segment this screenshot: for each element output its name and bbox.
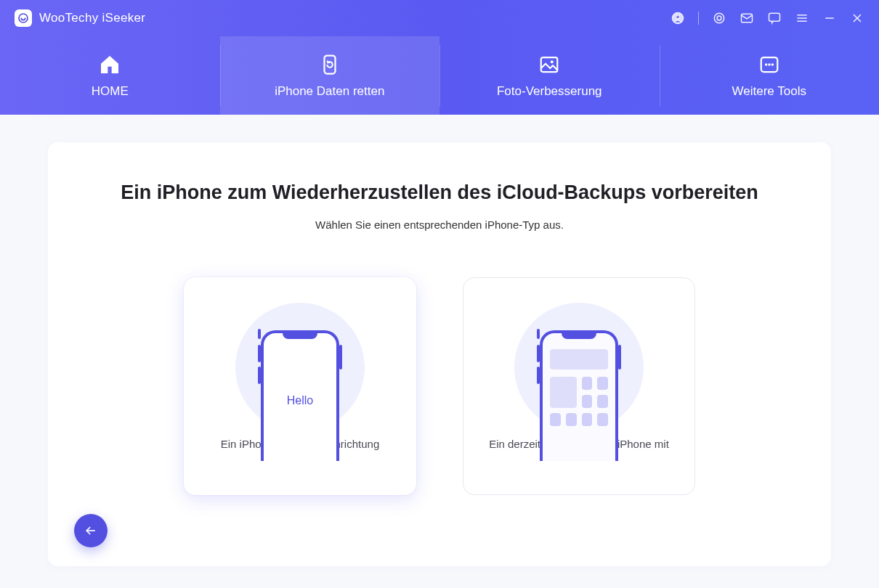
arrow-left-icon <box>84 523 98 538</box>
comment-icon[interactable] <box>767 11 782 25</box>
target-icon[interactable] <box>712 11 726 25</box>
profile-icon[interactable] <box>671 11 685 25</box>
menu-icon[interactable] <box>795 11 809 25</box>
main-panel: Ein iPhone zum Wiederherzustellen des iC… <box>48 142 831 566</box>
home-icon <box>97 52 122 77</box>
svg-rect-6 <box>769 13 780 21</box>
app-logo <box>15 9 32 27</box>
svg-rect-14 <box>541 57 558 72</box>
minimize-icon[interactable] <box>822 11 837 25</box>
title-bar: WooTechy iSeeker <box>0 0 879 36</box>
svg-point-0 <box>19 14 28 23</box>
svg-point-18 <box>768 63 771 66</box>
svg-point-15 <box>551 60 554 63</box>
back-button[interactable] <box>74 514 108 547</box>
image-icon <box>537 52 562 77</box>
nav-more-tools[interactable]: Weitere Tools <box>660 36 880 115</box>
content-area: Ein iPhone zum Wiederherzustellen des iC… <box>0 115 879 588</box>
card2-illustration <box>514 297 644 428</box>
card-iphone-in-use[interactable]: Ein derzeit verwendendes iPhone mit Date… <box>463 277 695 495</box>
nav-photo-enhance[interactable]: Foto-Verbesserung <box>440 36 660 115</box>
titlebar-divider <box>698 12 699 25</box>
hello-text: Hello <box>261 394 339 407</box>
svg-point-3 <box>714 13 724 23</box>
more-icon <box>757 52 782 77</box>
nav-more-label: Weitere Tools <box>732 84 806 99</box>
svg-rect-13 <box>324 56 335 74</box>
card1-illustration: Hello <box>235 297 365 428</box>
nav-photo-label: Foto-Verbesserung <box>497 84 602 99</box>
option-cards: Hello Ein iPhone in der Ersteinrichtung <box>184 277 695 495</box>
app-title: WooTechy iSeeker <box>39 11 145 25</box>
nav-home-label: HOME <box>92 84 129 99</box>
svg-point-19 <box>771 63 774 66</box>
nav-home[interactable]: HOME <box>0 36 220 115</box>
mail-icon[interactable] <box>740 11 754 25</box>
main-nav: HOME iPhone Daten retten Foto-Verbesseru… <box>0 36 879 115</box>
close-icon[interactable] <box>850 11 864 25</box>
card-iphone-setup[interactable]: Hello Ein iPhone in der Ersteinrichtung <box>184 277 416 495</box>
phone-refresh-icon <box>317 52 342 77</box>
page-heading: Ein iPhone zum Wiederherzustellen des iC… <box>121 181 758 204</box>
svg-point-2 <box>676 15 679 19</box>
svg-point-17 <box>765 63 768 66</box>
titlebar-actions <box>671 11 864 25</box>
nav-iphone-data-recover[interactable]: iPhone Daten retten <box>220 36 440 115</box>
nav-recover-label: iPhone Daten retten <box>275 84 384 99</box>
svg-point-4 <box>717 16 721 20</box>
page-subtitle: Wählen Sie einen entsprechenden iPhone-T… <box>315 219 564 231</box>
